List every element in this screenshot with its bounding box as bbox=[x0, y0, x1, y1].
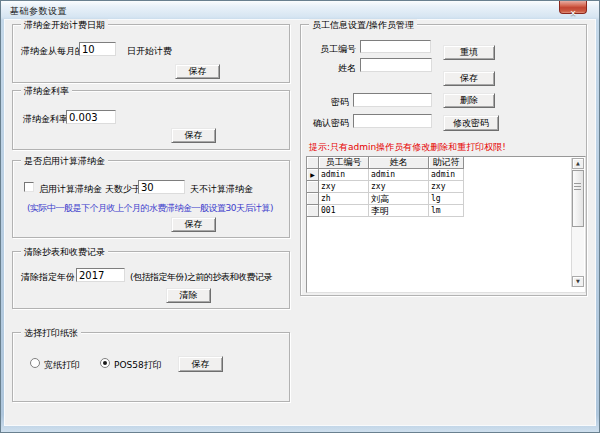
group-employee-management: 员工信息设置/操作员管理 员工编号 姓名 密码 确认密码 重填 保存 删除 修改… bbox=[300, 24, 587, 296]
rate-save-button[interactable]: 保存 bbox=[171, 128, 216, 143]
radio-wide-paper[interactable] bbox=[30, 358, 40, 368]
table-scrollbar[interactable]: ▲ ▼ bbox=[571, 158, 584, 287]
clear-year-label-prefix: 清除指定年份 bbox=[21, 271, 75, 284]
row-selector bbox=[307, 205, 319, 217]
group-late-fee-rate-title: 滞纳金利率 bbox=[21, 85, 72, 98]
scrollbar-grip bbox=[574, 183, 581, 190]
group-clear-records: 清除抄表和收费记录 清除指定年份 (包括指定年份)之前的抄表和收费记录 清除 bbox=[12, 251, 290, 309]
radio-pos58-label: POS58打印 bbox=[114, 359, 162, 372]
cell-name: 李明 bbox=[369, 205, 429, 217]
password-input[interactable] bbox=[353, 93, 432, 107]
rate-label: 滞纳金利率 bbox=[23, 113, 68, 126]
cell-employee-id: zh bbox=[319, 193, 369, 205]
days-label-suffix: 天不计算滞纳金 bbox=[190, 183, 253, 196]
start-date-label-prefix: 滞纳金从每月的 bbox=[21, 45, 84, 58]
col-header-employee-id: 员工编号 bbox=[319, 157, 369, 169]
radio-wide-paper-label: 宽纸打印 bbox=[44, 359, 80, 372]
table-row[interactable]: ▶ admin admin admin bbox=[307, 169, 464, 181]
enable-late-fee-checkbox-label: 启用计算滞纳金 bbox=[39, 183, 102, 196]
col-header-mnemonic: 助记符 bbox=[429, 157, 464, 169]
table-row[interactable]: zh 刘高 lg bbox=[307, 193, 464, 205]
rate-input[interactable] bbox=[66, 110, 116, 124]
group-print-paper: 选择打印纸张 宽纸打印 POS58打印 保存 bbox=[12, 332, 290, 402]
row-selector-header bbox=[307, 157, 319, 169]
confirm-password-input[interactable] bbox=[353, 114, 432, 128]
cell-employee-id: zxy bbox=[319, 181, 369, 193]
cell-name: 刘高 bbox=[369, 193, 429, 205]
table-row[interactable]: zxy zxy zxy bbox=[307, 181, 464, 193]
scroll-up-icon[interactable]: ▲ bbox=[572, 158, 584, 169]
table-row[interactable]: 001 李明 lm bbox=[307, 205, 464, 217]
group-enable-late-fee: 是否启用计算滞纳金 启用计算滞纳金 天数少于 天不计算滞纳金 (实际中一般是下个… bbox=[12, 160, 290, 238]
row-selector bbox=[307, 193, 319, 205]
employee-name-input[interactable] bbox=[360, 58, 432, 72]
row-selector bbox=[307, 181, 319, 193]
cell-mnemonic: lm bbox=[429, 205, 464, 217]
clear-records-button[interactable]: 清除 bbox=[166, 288, 211, 303]
password-label: 密码 bbox=[301, 96, 349, 109]
delete-button[interactable]: 删除 bbox=[443, 93, 495, 108]
group-enable-late-fee-title: 是否启用计算滞纳金 bbox=[21, 155, 108, 168]
enable-late-fee-checkbox[interactable] bbox=[24, 182, 34, 192]
scroll-down-icon[interactable]: ▼ bbox=[572, 276, 584, 287]
dialog-body: 滞纳金开始计费日期 滞纳金从每月的 日开始计费 保存 滞纳金利率 滞纳金利率 保… bbox=[4, 19, 596, 426]
close-icon: ✕ bbox=[570, 9, 577, 18]
operators-table-header: 员工编号 姓名 助记符 bbox=[307, 157, 464, 169]
clear-year-label-suffix: (包括指定年份)之前的抄表和收费记录 bbox=[130, 271, 272, 284]
employee-id-input[interactable] bbox=[360, 40, 431, 53]
scrollbar-thumb[interactable] bbox=[572, 170, 584, 227]
cell-name: admin bbox=[369, 169, 429, 181]
start-day-input[interactable] bbox=[79, 42, 116, 56]
change-password-button[interactable]: 修改密码 bbox=[443, 115, 499, 131]
confirm-password-label: 确认密码 bbox=[301, 117, 349, 130]
group-late-fee-start-date: 滞纳金开始计费日期 滞纳金从每月的 日开始计费 保存 bbox=[12, 24, 290, 83]
days-input[interactable] bbox=[138, 180, 185, 194]
row-pointer-icon: ▶ bbox=[307, 169, 319, 181]
start-date-label-suffix: 日开始计费 bbox=[127, 45, 172, 58]
admin-permission-hint: 提示:只有admin操作员有修改删除和重打印权限! bbox=[309, 141, 506, 154]
clear-year-input[interactable] bbox=[76, 268, 125, 282]
radio-pos58[interactable] bbox=[100, 358, 110, 368]
employee-name-label: 姓名 bbox=[307, 62, 356, 75]
close-button[interactable]: ✕ bbox=[559, 1, 587, 14]
dialog-window: 基础参数设置 ✕ 滞纳金开始计费日期 滞纳金从每月的 日开始计费 保存 滞纳金利… bbox=[0, 0, 600, 433]
refill-button[interactable]: 重填 bbox=[443, 45, 495, 60]
late-fee-note: (实际中一般是下个月收上个月的水费滞纳金一般设置30天后计算) bbox=[27, 202, 273, 215]
cell-mnemonic: admin bbox=[429, 169, 464, 181]
paper-save-button[interactable]: 保存 bbox=[178, 356, 223, 372]
window-title: 基础参数设置 bbox=[10, 5, 67, 18]
cell-mnemonic: lg bbox=[429, 193, 464, 205]
employee-id-label: 员工编号 bbox=[307, 43, 356, 56]
group-employee-management-title: 员工信息设置/操作员管理 bbox=[309, 19, 417, 32]
operators-table: 员工编号 姓名 助记符 ▶ admin admin admin zxy zxy … bbox=[306, 156, 586, 293]
cell-employee-id: admin bbox=[319, 169, 369, 181]
group-late-fee-rate: 滞纳金利率 滞纳金利率 保存 bbox=[12, 90, 290, 150]
group-print-paper-title: 选择打印纸张 bbox=[21, 327, 81, 340]
group-late-fee-start-date-title: 滞纳金开始计费日期 bbox=[21, 19, 108, 32]
enable-save-button[interactable]: 保存 bbox=[171, 217, 216, 232]
start-date-save-button[interactable]: 保存 bbox=[175, 64, 220, 79]
col-header-name: 姓名 bbox=[369, 157, 429, 169]
cell-mnemonic: zxy bbox=[429, 181, 464, 193]
group-clear-records-title: 清除抄表和收费记录 bbox=[21, 246, 108, 259]
cell-name: zxy bbox=[369, 181, 429, 193]
days-label-prefix: 天数少于 bbox=[105, 183, 141, 196]
cell-employee-id: 001 bbox=[319, 205, 369, 217]
employee-save-button[interactable]: 保存 bbox=[443, 71, 495, 86]
